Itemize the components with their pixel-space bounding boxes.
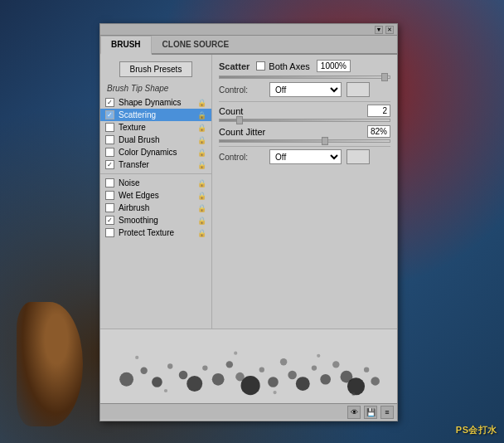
svg-point-0 [119,372,133,387]
minimize-button[interactable]: ▼ [375,26,383,34]
both-axes-label: Both Axes [269,61,310,71]
checkbox-noise[interactable] [105,178,114,187]
sidebar-item-dual-brush[interactable]: Dual Brush 🔒 [100,134,211,146]
count-slider[interactable] [219,119,390,122]
scatter-header: Scatter Both Axes 1000% [219,60,390,72]
close-button[interactable]: ✕ [385,26,394,34]
lock-icon-scattering: 🔒 [197,111,206,119]
sidebar-item-shape-dynamics[interactable]: Shape Dynamics 🔒 [100,96,211,109]
both-axes-checkbox[interactable] [256,61,265,71]
scatter-value[interactable]: 1000% [317,60,351,72]
panel-content: Brush Presets Brush Tip Shape Shape Dyna… [100,55,397,420]
sidebar-item-texture[interactable]: Texture 🔒 [100,121,211,134]
watermark: PS会打水 [456,424,497,436]
svg-point-21 [364,368,369,372]
checkbox-color-dynamics[interactable] [105,148,114,157]
bottom-bar: 👁 💾 ≡ [100,403,397,420]
scattering-label: Scattering [119,110,196,119]
lock-icon-wet-edges: 🔒 [197,192,206,200]
count-value[interactable]: 2 [367,105,390,117]
control2-box [346,149,370,164]
sidebar-item-color-dynamics[interactable]: Color Dynamics 🔒 [100,146,211,158]
checkbox-scattering[interactable] [105,110,114,119]
checkbox-airbrush[interactable] [105,203,114,212]
checkbox-wet-edges[interactable] [105,191,114,200]
svg-point-12 [268,377,279,387]
sidebar-item-scattering[interactable]: Scattering 🔒 [100,109,211,121]
checkbox-transfer[interactable] [105,160,114,169]
count-jitter-slider-thumb[interactable] [322,137,328,145]
control1-box [346,82,370,97]
lock-icon-dual-brush: 🔒 [197,136,206,144]
svg-point-25 [234,352,237,355]
sidebar-item-smoothing[interactable]: Smoothing 🔒 [100,214,211,226]
svg-point-27 [317,354,320,358]
scatter-slider[interactable] [219,75,390,79]
sidebar-item-noise[interactable]: Noise 🔒 [100,177,211,189]
transfer-label: Transfer [119,160,196,169]
sidebar-divider [100,173,211,174]
lock-icon-airbrush: 🔒 [197,204,206,212]
count-jitter-slider[interactable] [219,139,390,143]
save-icon[interactable]: 💾 [364,406,377,419]
svg-point-11 [259,368,264,372]
checkbox-texture[interactable] [105,123,114,132]
control2-label: Control: [219,153,264,162]
brush-panel: ▼ ✕ BRUSH CLONE SOURCE Brush Presets Bru… [99,23,398,421]
lock-icon-texture: 🔒 [197,124,206,132]
svg-point-22 [371,377,380,386]
checkbox-smoothing[interactable] [105,216,114,225]
figure-silhouette [17,302,83,426]
count-label: Count [219,106,243,116]
count-jitter-label: Count Jitter [219,127,265,137]
shape-dynamics-label: Shape Dynamics [119,98,196,107]
sidebar-item-wet-edges[interactable]: Wet Edges 🔒 [100,189,211,202]
airbrush-label: Airbrush [119,203,196,212]
svg-point-14 [288,371,297,380]
checkbox-shape-dynamics[interactable] [105,98,114,107]
eye-icon[interactable]: 👁 [347,406,361,419]
count-slider-thumb[interactable] [236,116,243,124]
svg-point-26 [273,391,276,394]
brush-tip-shape-label: Brush Tip Shape [100,82,211,96]
brush-presets-button[interactable]: Brush Presets [119,61,193,77]
count-jitter-row: Count Jitter 82% [219,125,390,138]
divider-1 [219,101,390,102]
panel-titlebar: ▼ ✕ [100,24,397,36]
svg-point-3 [167,363,172,368]
wet-edges-label: Wet Edges [119,191,196,200]
control1-select[interactable]: Off Fade Pen Pressure Pen Tilt [269,82,342,97]
svg-point-8 [226,361,233,368]
svg-point-28 [351,392,355,396]
count-jitter-value[interactable]: 82% [367,125,390,138]
sidebar-item-transfer[interactable]: Transfer 🔒 [100,158,211,171]
left-sidebar: Brush Presets Brush Tip Shape Shape Dyna… [100,55,212,329]
noise-label: Noise [119,178,196,187]
lock-icon-shape-dynamics: 🔒 [197,99,206,107]
control1-label: Control: [219,85,264,95]
sidebar-item-airbrush[interactable]: Airbrush 🔒 [100,202,211,214]
svg-point-15 [296,377,310,391]
svg-point-2 [152,377,162,387]
lock-icon-protect-texture: 🔒 [197,229,206,237]
menu-icon[interactable]: ≡ [380,406,394,419]
control-row-2: Control: Off Fade Pen Pressure Pen Tilt [219,149,390,164]
svg-point-20 [347,377,365,395]
checkbox-dual-brush[interactable] [105,135,114,144]
tab-brush[interactable]: BRUSH [100,36,152,55]
scatter-title: Scatter [219,61,250,71]
checkbox-protect-texture[interactable] [105,228,114,237]
svg-point-5 [187,376,202,392]
color-dynamics-label: Color Dynamics [119,148,196,157]
svg-point-16 [312,365,317,370]
control2-select[interactable]: Off Fade Pen Pressure Pen Tilt [269,149,342,164]
sidebar-item-protect-texture[interactable]: Protect Texture 🔒 [100,226,211,239]
divider-2 [219,146,390,147]
svg-point-18 [332,361,339,368]
lock-icon-color-dynamics: 🔒 [197,148,206,157]
scatter-slider-thumb[interactable] [381,73,388,81]
svg-point-23 [135,356,138,359]
panel-top: Brush Presets Brush Tip Shape Shape Dyna… [100,55,397,329]
both-axes-area: Both Axes [256,61,310,71]
tab-clone-source[interactable]: CLONE SOURCE [152,36,240,53]
